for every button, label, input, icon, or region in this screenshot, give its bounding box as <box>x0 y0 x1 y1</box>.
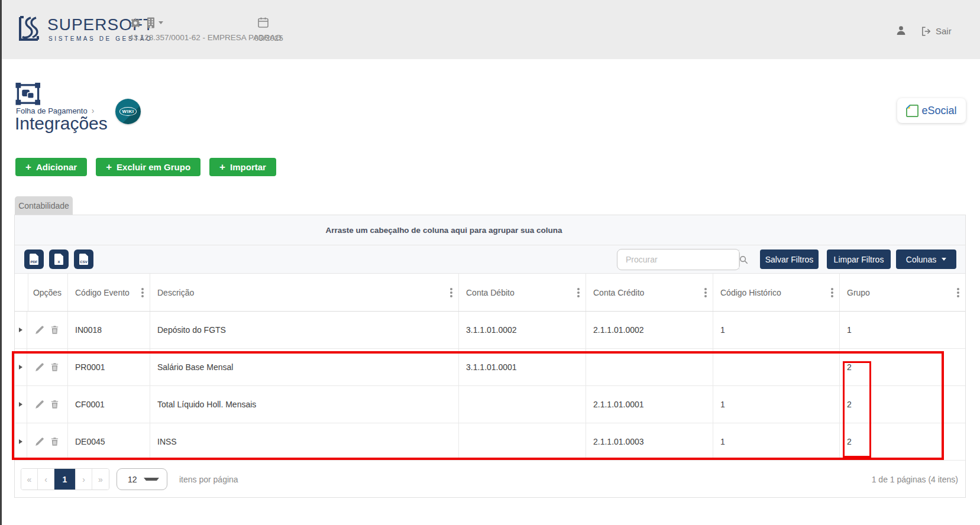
header-grupo: Grupo <box>840 274 965 311</box>
delete-group-button-label: Excluir em Grupo <box>117 162 190 172</box>
logout-button[interactable]: Sair <box>921 26 952 36</box>
app-header: SUPERSOFT SISTEMAS DE GESTÃO 43.128.357/… <box>0 0 980 59</box>
expand-arrow-icon <box>19 328 22 332</box>
grid-toolbar: PDF X CSV Salvar Filtros Limpar Filtros … <box>15 245 965 274</box>
pencil-icon <box>34 362 44 372</box>
chevron-down-icon <box>942 258 946 261</box>
export-excel-button[interactable]: X <box>49 249 69 269</box>
delete-row-button[interactable] <box>50 325 60 335</box>
tab-contabilidade[interactable]: Contabilidade <box>15 196 73 215</box>
cell-conta-credito: 2.1.1.01.0001 <box>586 386 713 423</box>
search-box <box>617 249 740 270</box>
header-conta-credito: Conta Crédito <box>586 274 713 311</box>
user-icon[interactable] <box>895 25 907 36</box>
table-row: IN0018 Depósito do FGTS 3.1.1.01.0002 2.… <box>15 312 965 349</box>
table-header-row: Opções Código Evento Descrição Conta Déb… <box>15 274 965 312</box>
delete-group-button[interactable]: + Excluir em Grupo <box>96 158 200 176</box>
first-page-button[interactable]: « <box>21 469 38 490</box>
edit-row-button[interactable] <box>34 325 44 335</box>
pencil-icon <box>34 437 44 447</box>
search-submit[interactable] <box>739 249 748 270</box>
page-title: Integrações <box>15 114 108 134</box>
column-menu-icon[interactable] <box>704 291 707 294</box>
last-page-button[interactable]: » <box>92 469 109 490</box>
export-buttons: PDF X CSV <box>24 249 93 269</box>
header-opcoes: Opções <box>27 274 68 311</box>
expand-row-button[interactable] <box>15 312 27 348</box>
calendar-icon <box>258 17 269 28</box>
integrations-module-icon <box>15 82 41 108</box>
company-selector[interactable] <box>147 17 163 28</box>
cell-conta-debito: 3.1.1.01.0001 <box>459 349 586 385</box>
expand-row-button[interactable] <box>15 349 27 385</box>
export-pdf-button[interactable]: PDF <box>24 249 44 269</box>
building-icon <box>147 17 155 28</box>
settings-gear-icon[interactable] <box>130 18 141 28</box>
logout-icon <box>921 27 932 36</box>
plus-icon: + <box>25 162 31 172</box>
header-expand-column <box>15 274 28 311</box>
expand-arrow-icon <box>19 402 22 407</box>
cell-codigo-evento: IN0018 <box>68 312 150 348</box>
edit-row-button[interactable] <box>34 400 44 410</box>
esocial-button[interactable]: eSocial <box>897 98 966 123</box>
delete-row-button[interactable] <box>50 400 60 410</box>
add-button-label: Adicionar <box>36 162 77 172</box>
prev-page-button[interactable]: ‹ <box>38 469 54 490</box>
row-options <box>27 349 68 385</box>
header-codigo-historico: Código Histórico <box>713 274 840 311</box>
header-descricao: Descrição <box>150 274 459 311</box>
cell-grupo: 2 <box>840 386 965 423</box>
current-page-button[interactable]: 1 <box>54 469 76 490</box>
column-menu-icon[interactable] <box>831 291 833 294</box>
action-buttons: + Adicionar + Excluir em Grupo + Importa… <box>15 158 276 176</box>
delete-row-button[interactable] <box>50 362 60 372</box>
expand-arrow-icon <box>19 365 22 370</box>
cell-codigo-historico: 1 <box>713 386 840 423</box>
cell-codigo-evento: PR0001 <box>68 349 150 385</box>
columns-button-label: Colunas <box>906 255 936 264</box>
save-filters-button[interactable]: Salvar Filtros <box>760 249 819 269</box>
table-row: PR0001 Salário Base Mensal 3.1.1.01.0001… <box>15 349 965 386</box>
wiki-badge[interactable]: WIKI <box>115 99 141 124</box>
cell-codigo-evento: DE0045 <box>68 423 150 460</box>
esocial-label: eSocial <box>921 105 956 117</box>
next-page-button[interactable]: › <box>76 469 92 490</box>
column-menu-icon[interactable] <box>577 291 580 294</box>
chevron-down-icon <box>144 478 159 481</box>
cell-conta-credito: 2.1.1.01.0003 <box>586 423 713 460</box>
table-row: CF0001 Total Líquido Holl. Mensais 2.1.1… <box>15 386 965 423</box>
column-menu-icon[interactable] <box>450 291 452 294</box>
period-selector[interactable] <box>258 17 269 28</box>
pager-buttons: « ‹ 1 › » <box>21 468 109 490</box>
column-menu-icon[interactable] <box>957 291 959 294</box>
excel-file-icon: X <box>54 254 63 265</box>
group-drop-zone[interactable]: Arraste um cabeçalho de coluna aqui para… <box>15 215 965 245</box>
trash-icon <box>50 400 59 409</box>
wiki-badge-label: WIKI <box>119 107 137 116</box>
import-button[interactable]: + Importar <box>209 158 276 176</box>
columns-button[interactable]: Colunas <box>896 249 956 269</box>
expand-row-button[interactable] <box>15 386 27 423</box>
search-input[interactable] <box>617 255 739 264</box>
export-csv-button[interactable]: CSV <box>74 249 93 269</box>
cell-codigo-historico <box>713 349 840 385</box>
chevron-down-icon <box>159 21 163 24</box>
expand-row-button[interactable] <box>15 423 27 460</box>
clear-filters-button[interactable]: Limpar Filtros <box>827 249 891 269</box>
cell-conta-debito <box>459 386 586 423</box>
supersoft-logo-icon <box>19 16 39 45</box>
header-codigo-evento: Código Evento <box>68 274 150 311</box>
delete-row-button[interactable] <box>50 437 60 447</box>
cell-grupo: 2 <box>840 349 965 385</box>
edit-row-button[interactable] <box>34 437 44 447</box>
period-value: 03/2025 <box>254 34 283 43</box>
add-button[interactable]: + Adicionar <box>15 158 87 176</box>
edit-row-button[interactable] <box>34 362 44 372</box>
cell-descricao: Salário Base Mensal <box>150 349 459 385</box>
pencil-icon <box>34 325 44 335</box>
cell-descricao: Depósito do FGTS <box>150 312 459 348</box>
page-size-select[interactable]: 12 <box>117 468 167 490</box>
column-menu-icon[interactable] <box>141 291 144 294</box>
items-per-page-label: itens por página <box>179 461 238 498</box>
